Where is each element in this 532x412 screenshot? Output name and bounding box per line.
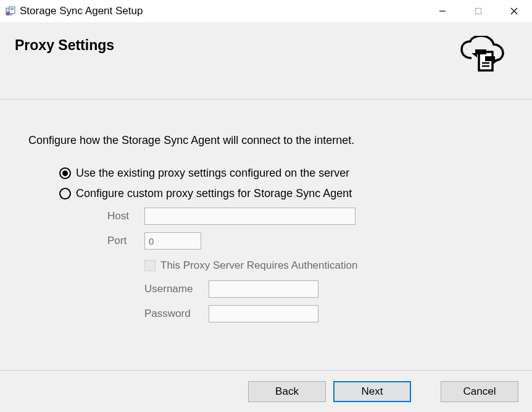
host-row: Host <box>107 208 517 225</box>
username-row: Username <box>144 280 517 298</box>
cancel-button[interactable]: Cancel <box>441 381 518 402</box>
auth-checkbox-row[interactable]: This Proxy Server Requires Authenticatio… <box>144 259 517 272</box>
maximize-button <box>460 0 496 22</box>
close-button[interactable] <box>496 0 532 22</box>
proxy-mode-radio-group: Use the existing proxy settings configur… <box>59 167 517 322</box>
radio-icon <box>59 167 71 179</box>
radio-existing-proxy[interactable]: Use the existing proxy settings configur… <box>59 167 517 180</box>
host-input[interactable] <box>144 208 355 225</box>
radio-label: Configure custom proxy settings for Stor… <box>76 187 352 200</box>
host-label: Host <box>107 210 144 222</box>
svg-rect-3 <box>10 9 14 10</box>
port-label: Port <box>107 235 144 247</box>
radio-icon <box>59 188 71 200</box>
titlebar: Storage Sync Agent Setup <box>0 0 532 22</box>
svg-rect-2 <box>10 8 14 9</box>
cloud-sync-icon <box>457 36 512 85</box>
footer-buttons: Back Next Cancel <box>0 370 532 412</box>
password-row: Password <box>144 305 517 322</box>
window-title: Storage Sync Agent Setup <box>20 5 143 17</box>
auth-fields: Username Password <box>144 280 517 322</box>
svg-rect-1 <box>9 7 15 14</box>
proxy-form: Host Port This Proxy Server Requires Aut… <box>107 208 517 322</box>
app-icon <box>5 6 16 17</box>
content-area: Configure how the Storage Sync Agent wil… <box>0 99 532 342</box>
description-text: Configure how the Storage Sync Agent wil… <box>28 134 517 147</box>
next-button[interactable]: Next <box>333 381 411 402</box>
username-label: Username <box>144 283 209 295</box>
page-header: Proxy Settings <box>0 22 532 99</box>
radio-label: Use the existing proxy settings configur… <box>76 167 349 180</box>
password-input[interactable] <box>209 305 318 322</box>
username-input[interactable] <box>209 280 318 298</box>
minimize-button[interactable] <box>425 0 460 22</box>
password-label: Password <box>144 308 209 320</box>
svg-rect-6 <box>476 9 481 14</box>
page-title: Proxy Settings <box>15 37 114 54</box>
port-input[interactable] <box>144 232 201 250</box>
auth-checkbox-label: This Proxy Server Requires Authenticatio… <box>160 259 357 272</box>
svg-point-4 <box>6 12 10 15</box>
radio-custom-proxy[interactable]: Configure custom proxy settings for Stor… <box>59 187 517 200</box>
back-button[interactable]: Back <box>248 381 326 402</box>
checkbox-icon <box>144 260 156 271</box>
port-row: Port <box>107 232 517 250</box>
window-controls <box>425 0 532 22</box>
